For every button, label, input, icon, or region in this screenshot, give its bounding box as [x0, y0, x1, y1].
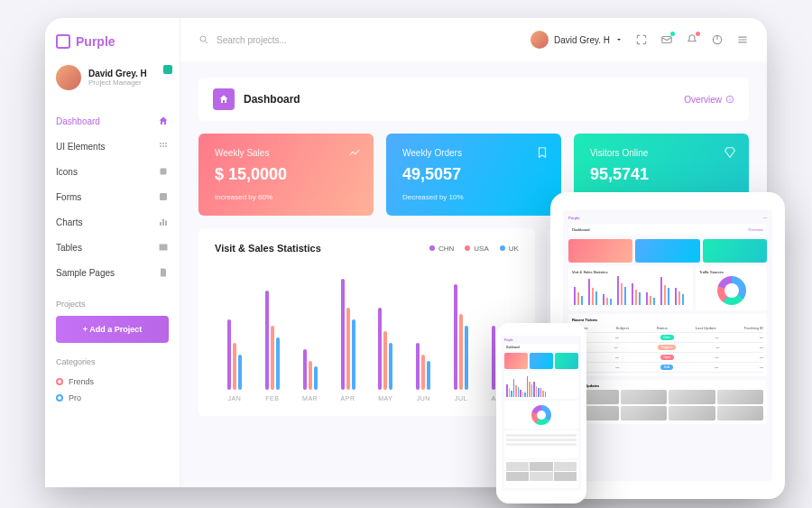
visit-sales-panel: Visit & Sales Statistics CHN USA UK JANF…: [198, 228, 535, 416]
topbar: Search projects... David Grey. H: [180, 18, 767, 61]
svg-point-2: [165, 143, 167, 144]
search-placeholder: Search projects...: [217, 35, 287, 45]
mini-card: [504, 353, 528, 369]
nav-icons[interactable]: Icons: [56, 159, 169, 184]
tablet-screen: Purple⋯ DashboardOverview Visit & Sales …: [563, 210, 772, 481]
mini-chart: [572, 274, 689, 307]
nav-list: Dashboard UI Elements Icons Forms Charts…: [56, 108, 169, 285]
category-frends[interactable]: Frends: [56, 374, 169, 390]
svg-point-5: [165, 145, 167, 147]
chart-legend: CHN USA UK: [429, 245, 519, 253]
chevron-down-icon: [615, 36, 623, 43]
top-user-menu[interactable]: David Grey. H: [531, 31, 623, 49]
bookmark-icon: [536, 146, 549, 159]
svg-point-12: [200, 36, 206, 42]
mini-card: [530, 353, 553, 369]
mini-updates: [504, 460, 578, 488]
search-icon: [198, 34, 209, 45]
notif-dot: [696, 32, 700, 36]
projects-label: Projects: [56, 300, 169, 309]
mini-card: [703, 239, 767, 263]
mini-chart: [504, 371, 578, 399]
svg-point-1: [162, 143, 164, 144]
categories-label: Categories: [56, 357, 169, 366]
card-weekly-sales[interactable]: Weekly Sales $ 15,0000 Increased by 60%: [198, 134, 374, 216]
tag-icon: [158, 166, 169, 177]
donut-chart: [717, 276, 746, 305]
form-icon: [158, 191, 169, 202]
fullscreen-icon[interactable]: [635, 33, 648, 46]
table-icon: [158, 242, 169, 253]
thumb: [621, 406, 668, 420]
dot-icon: [56, 378, 63, 385]
card-weekly-orders[interactable]: Weekly Orders 49,5057 Decreased by 10%: [386, 134, 561, 216]
dot-icon: [56, 394, 63, 402]
mini-card: [555, 353, 578, 369]
dot-icon: [465, 245, 470, 251]
legend-chn[interactable]: CHN: [429, 245, 454, 253]
nav-ui-elements[interactable]: UI Elements: [56, 134, 169, 159]
nav-dashboard[interactable]: Dashboard: [56, 108, 169, 134]
svg-rect-10: [165, 221, 167, 226]
diamond-icon: [724, 146, 736, 159]
notif-dot: [670, 32, 675, 36]
grid-icon: [158, 141, 169, 152]
user-role: Project Manager: [88, 79, 147, 87]
avatar: [56, 65, 81, 90]
pages-icon: [158, 267, 169, 278]
mini-table: Recent Tickets AssigneeSubjectStatusLast…: [568, 314, 767, 376]
nav-sample-pages[interactable]: Sample Pages: [56, 260, 169, 285]
dot-icon: [500, 245, 505, 251]
svg-rect-6: [161, 169, 167, 175]
panel-title: Visit & Sales Statistics: [215, 243, 321, 254]
logo-icon: [56, 34, 70, 49]
svg-point-0: [160, 143, 161, 144]
overview-link[interactable]: Overview: [684, 95, 734, 105]
bell-icon[interactable]: [686, 33, 698, 46]
chart-line-icon: [348, 146, 361, 159]
thumb: [717, 406, 764, 420]
nav-forms[interactable]: Forms: [56, 184, 169, 209]
mail-icon[interactable]: [660, 33, 673, 46]
chart-icon: [158, 217, 169, 227]
page-title: Dashboard: [244, 93, 300, 106]
thumb: [669, 390, 715, 404]
page-header: Dashboard Overview: [198, 78, 749, 121]
add-project-button[interactable]: + Add a Project: [56, 316, 169, 343]
phone-screen: Purple Dashboard: [502, 336, 581, 491]
thumb: [717, 390, 764, 404]
mini-header: Purple⋯: [568, 216, 767, 220]
mini-card: [568, 239, 632, 263]
sidebar-user[interactable]: David Grey. H Project Manager: [56, 65, 169, 90]
bar-chart: JANFEBMARAPRMAYJUNJULAUG: [215, 266, 519, 402]
thumb: [669, 406, 715, 420]
category-pro[interactable]: Pro: [56, 390, 169, 406]
home-icon: [158, 115, 169, 126]
home-icon: [218, 94, 229, 105]
brand-logo[interactable]: Purple: [56, 34, 169, 49]
mini-table: [504, 430, 578, 458]
avatar: [531, 31, 549, 49]
info-icon: [725, 95, 734, 104]
power-icon[interactable]: [711, 33, 724, 46]
thumb: [621, 390, 668, 404]
search-input[interactable]: Search projects...: [198, 34, 520, 45]
svg-point-4: [162, 145, 164, 147]
svg-rect-7: [160, 193, 167, 200]
mini-updates: Recent Updates: [568, 380, 767, 424]
nav-tables[interactable]: Tables: [56, 235, 169, 260]
svg-rect-9: [162, 219, 164, 226]
user-name: David Grey. H: [88, 69, 147, 79]
mini-card: [635, 239, 699, 263]
bookmark-icon: [163, 65, 172, 74]
donut-chart: [531, 405, 551, 425]
svg-rect-8: [160, 222, 161, 226]
legend-usa[interactable]: USA: [465, 245, 488, 253]
nav-charts[interactable]: Charts: [56, 209, 169, 235]
brand-name: Purple: [76, 34, 115, 49]
legend-uk[interactable]: UK: [500, 245, 519, 253]
sidebar: Purple David Grey. H Project Manager Das…: [45, 18, 180, 487]
home-icon-box: [213, 88, 235, 110]
svg-rect-11: [160, 245, 168, 251]
menu-icon[interactable]: [736, 33, 749, 46]
